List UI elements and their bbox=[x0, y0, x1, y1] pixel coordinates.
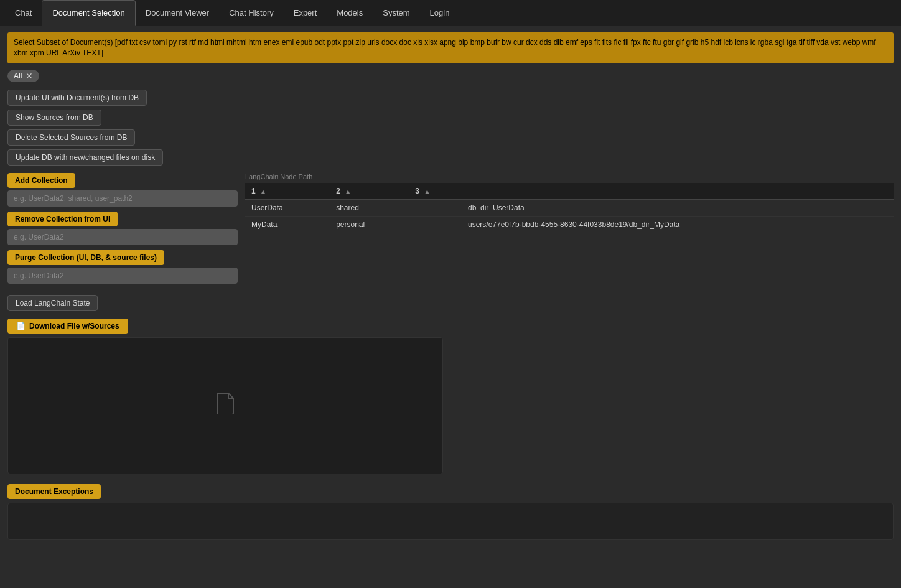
action-buttons-row: Update UI with Document(s) from DB Show … bbox=[7, 90, 894, 166]
sort-icon-2: ▲ bbox=[345, 188, 351, 195]
tab-expert[interactable]: Expert bbox=[284, 0, 327, 26]
cell-mydata-col3 bbox=[409, 216, 462, 233]
table-header-row: 1 ▲ 2 ▲ 3 ▲ bbox=[245, 183, 894, 200]
cell-userdata-name: UserData bbox=[245, 199, 330, 216]
remove-collection-input[interactable] bbox=[7, 229, 238, 245]
content-area: Select Subset of Document(s) [pdf txt cs… bbox=[0, 26, 901, 546]
col-header-2[interactable]: 2 ▲ bbox=[330, 183, 409, 200]
purge-collection-section: Purge Collection (UI, DB, & source files… bbox=[7, 250, 238, 284]
tab-login[interactable]: Login bbox=[420, 0, 460, 26]
tab-document-viewer[interactable]: Document Viewer bbox=[136, 0, 219, 26]
tag-all[interactable]: All ✕ bbox=[7, 70, 39, 82]
download-drop-area[interactable] bbox=[7, 337, 443, 474]
tag-row: All ✕ bbox=[7, 70, 894, 82]
add-collection-section: Add Collection bbox=[7, 173, 238, 207]
tab-chat[interactable]: Chat bbox=[5, 0, 42, 26]
table-row[interactable]: MyData personal users/e77e0f7b-bbdb-4555… bbox=[245, 216, 894, 233]
table-row[interactable]: UserData shared db_dir_UserData bbox=[245, 199, 894, 216]
purge-collection-input[interactable] bbox=[7, 268, 238, 284]
tab-chat-history[interactable]: Chat History bbox=[219, 0, 284, 26]
add-collection-button[interactable]: Add Collection bbox=[7, 173, 75, 188]
remove-collection-section: Remove Collection from UI bbox=[7, 212, 238, 245]
cell-mydata-path: users/e77e0f7b-bbdb-4555-8630-44f033b8de… bbox=[462, 216, 894, 233]
collections-table: 1 ▲ 2 ▲ 3 ▲ bbox=[245, 183, 894, 233]
filter-bar: Select Subset of Document(s) [pdf txt cs… bbox=[7, 32, 894, 63]
exceptions-button[interactable]: Document Exceptions bbox=[7, 484, 101, 499]
col-header-4 bbox=[462, 183, 894, 200]
sort-icon-3: ▲ bbox=[424, 188, 430, 195]
download-button[interactable]: 📄 Download File w/Sources bbox=[7, 319, 128, 334]
col-header-1[interactable]: 1 ▲ bbox=[245, 183, 330, 200]
show-sources-button[interactable]: Show Sources from DB bbox=[7, 110, 101, 126]
cell-userdata-type: shared bbox=[330, 199, 409, 216]
left-panel: Add Collection Remove Collection from UI… bbox=[7, 173, 238, 311]
update-ui-button[interactable]: Update UI with Document(s) from DB bbox=[7, 90, 147, 106]
sort-icon-1: ▲ bbox=[260, 188, 266, 195]
download-section: 📄 Download File w/Sources bbox=[7, 319, 894, 474]
col-header-3[interactable]: 3 ▲ bbox=[409, 183, 462, 200]
langchain-label: LangChain Node Path bbox=[245, 173, 894, 180]
tab-models[interactable]: Models bbox=[327, 0, 373, 26]
remove-collection-button[interactable]: Remove Collection from UI bbox=[7, 212, 118, 226]
exceptions-section: Document Exceptions bbox=[7, 484, 894, 540]
download-button-label: Download File w/Sources bbox=[29, 322, 119, 330]
load-state-section: Load LangChain State bbox=[7, 295, 238, 311]
cell-mydata-type: personal bbox=[330, 216, 409, 233]
exceptions-area bbox=[7, 503, 894, 540]
cell-userdata-col3 bbox=[409, 199, 462, 216]
cell-mydata-name: MyData bbox=[245, 216, 330, 233]
update-db-button[interactable]: Update DB with new/changed files on disk bbox=[7, 149, 163, 166]
tag-all-label: All bbox=[14, 72, 22, 80]
nav-bar: Chat Document Selection Document Viewer … bbox=[0, 0, 901, 26]
file-placeholder-icon bbox=[216, 392, 235, 419]
cell-userdata-path: db_dir_UserData bbox=[462, 199, 894, 216]
load-state-button[interactable]: Load LangChain State bbox=[7, 295, 98, 311]
filter-bar-text: Select Subset of Document(s) [pdf txt cs… bbox=[14, 38, 876, 57]
tab-document-selection[interactable]: Document Selection bbox=[42, 0, 135, 26]
delete-selected-button[interactable]: Delete Selected Sources from DB bbox=[7, 129, 135, 146]
tag-all-close[interactable]: ✕ bbox=[26, 72, 33, 80]
right-panel: LangChain Node Path 1 ▲ 2 ▲ 3 bbox=[245, 173, 894, 233]
add-collection-input[interactable] bbox=[7, 190, 238, 207]
tab-system[interactable]: System bbox=[373, 0, 419, 26]
purge-collection-button[interactable]: Purge Collection (UI, DB, & source files… bbox=[7, 250, 164, 265]
main-layout: Add Collection Remove Collection from UI… bbox=[7, 173, 894, 311]
download-icon: 📄 bbox=[16, 322, 26, 330]
